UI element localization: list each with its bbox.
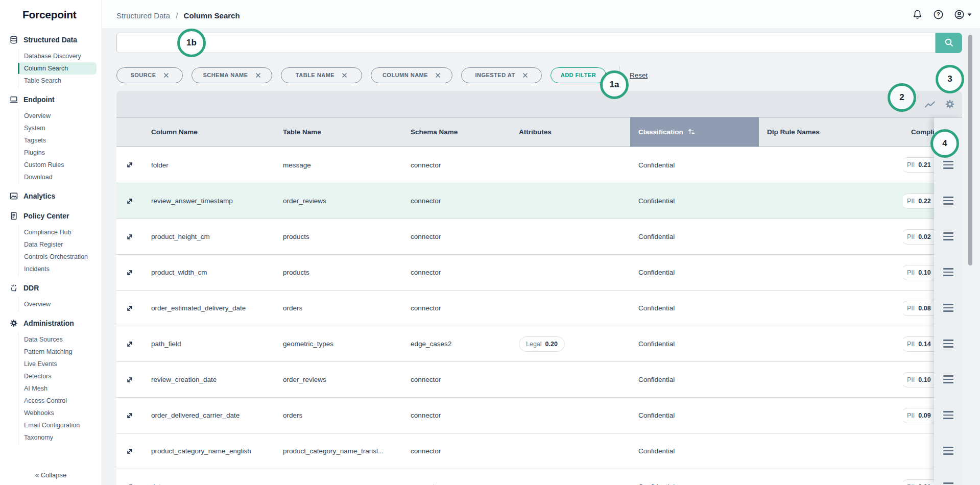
sidebar-section-endpoint[interactable]: Endpoint (0, 91, 102, 108)
table-row[interactable]: product_category_name_english product_ca… (116, 433, 962, 469)
table-row[interactable]: folder message connector Confidential PI… (116, 147, 962, 183)
sidebar-item-access-control[interactable]: Access Control (18, 395, 97, 407)
expand-icon[interactable] (125, 375, 134, 384)
expand-icon[interactable] (125, 160, 134, 169)
reset-link[interactable]: Reset (630, 71, 648, 79)
sidebar-section-structured-data[interactable]: Structured Data (0, 32, 102, 48)
row-menu-icon[interactable] (943, 160, 953, 170)
expand-icon[interactable] (125, 482, 134, 485)
sidebar-item-detectors[interactable]: Detectors (18, 370, 97, 382)
add-filter-button[interactable]: ADD FILTER (551, 67, 606, 83)
close-icon[interactable] (522, 72, 528, 78)
row-menu-icon[interactable] (943, 374, 953, 384)
header-table-name[interactable]: Table Name (275, 117, 402, 147)
sidebar-item-overview[interactable]: Overview (18, 110, 97, 122)
sidebar-item-incidents[interactable]: Incidents (18, 263, 97, 275)
filter-chip-column-name[interactable]: COLUMN NAME (371, 67, 452, 83)
table-row[interactable]: product_width_cm products connector Conf… (116, 254, 962, 290)
sidebar-item-data-sources[interactable]: Data Sources (18, 333, 97, 346)
table-row[interactable]: path_field geometric_types edge_cases2 L… (116, 326, 962, 361)
expand-icon[interactable] (125, 232, 134, 241)
breadcrumb: Structured Data / Column Search (116, 11, 240, 20)
row-menu-icon[interactable] (943, 196, 953, 206)
sidebar-item-custom-rules[interactable]: Custom Rules (18, 159, 97, 171)
close-icon[interactable] (435, 72, 441, 78)
search-button[interactable] (936, 33, 962, 53)
row-menu-icon[interactable] (943, 410, 953, 420)
filter-chip-ingested-at[interactable]: INGESTED AT (461, 67, 542, 83)
row-menu-icon[interactable] (943, 231, 953, 241)
table-row[interactable]: order_estimated_delivery_date orders con… (116, 290, 962, 326)
help-icon[interactable]: ? (933, 9, 944, 20)
filter-chip-source[interactable]: SOURCE (116, 67, 183, 83)
expand-icon[interactable] (125, 447, 134, 456)
sidebar-item-download[interactable]: Download (18, 171, 97, 183)
cell-classification: Confidential (630, 183, 759, 219)
close-icon[interactable] (342, 72, 347, 78)
sidebar-section-administration[interactable]: Administration (0, 315, 102, 331)
header-attributes[interactable]: Attributes (511, 117, 630, 147)
search-input[interactable] (116, 33, 936, 53)
sidebar-item-database-discovery[interactable]: Database Discovery (18, 50, 97, 62)
cell-schema-name: connector (402, 219, 511, 254)
header-classification-sorted[interactable]: Classification (630, 117, 759, 147)
table-row-highlighted[interactable]: review_answer_timestamp order_reviews co… (116, 183, 962, 219)
cell-attributes: Legal0.20 (511, 326, 630, 361)
filter-chip-schema-name[interactable]: SCHEMA NAME (192, 67, 272, 83)
cell-dlp-rule-names (759, 219, 903, 254)
sidebar-item-controls-orchestration[interactable]: Controls Orchestration (18, 251, 97, 263)
vertical-scrollbar[interactable] (968, 35, 972, 265)
header-column-name[interactable]: Column Name (143, 117, 275, 147)
expand-icon[interactable] (125, 268, 134, 277)
collapse-button[interactable]: « Collapse (0, 471, 102, 479)
row-menu-icon[interactable] (943, 303, 953, 313)
bell-icon[interactable] (912, 9, 923, 20)
sidebar-item-compliance-hub[interactable]: Compliance Hub (18, 226, 97, 238)
cell-column-name: product_category_name_english (143, 433, 275, 469)
header-expand-spacer (116, 117, 143, 147)
header-dlp-rule-names[interactable]: Dlp Rule Names (759, 117, 903, 147)
sidebar-item-ai-mesh[interactable]: AI Mesh (18, 382, 97, 395)
row-menu-icon[interactable] (943, 481, 953, 485)
cell-column-name: order_estimated_delivery_date (143, 290, 275, 326)
table-row[interactable]: review_creation_date order_reviews conne… (116, 361, 962, 397)
expand-icon[interactable] (125, 304, 134, 313)
cell-attributes (511, 183, 630, 219)
sidebar-item-taxonomy[interactable]: Taxonomy (18, 431, 97, 444)
filter-chip-table-name[interactable]: TABLE NAME (281, 67, 362, 83)
sidebar-item-tagsets[interactable]: Tagsets (18, 134, 97, 147)
sidebar-item-webhooks[interactable]: Webhooks (18, 407, 97, 419)
expand-icon[interactable] (125, 340, 134, 349)
close-icon[interactable] (255, 72, 261, 78)
cell-classification: Confidential (630, 398, 759, 433)
sidebar-item-table-search[interactable]: Table Search (18, 75, 97, 87)
sidebar-item-column-search[interactable]: Column Search (18, 62, 97, 75)
sidebar-section-policy-center[interactable]: Policy Center (0, 208, 102, 224)
sidebar-item-data-register[interactable]: Data Register (18, 238, 97, 251)
sidebar-item-email-configuration[interactable]: Email Configuration (18, 419, 97, 431)
sidebar-item-system[interactable]: System (18, 122, 97, 134)
table-row[interactable]: product_height_cm products connector Con… (116, 219, 962, 254)
sidebar-item-pattern-matching[interactable]: Pattern Matching (18, 346, 97, 358)
table-row[interactable]: order_delivered_carrier_date orders conn… (116, 397, 962, 433)
sidebar-item-live-events[interactable]: Live Events (18, 358, 97, 370)
row-menu-icon[interactable] (943, 338, 953, 349)
cell-attributes (511, 290, 630, 326)
expand-icon[interactable] (125, 411, 134, 420)
row-menu-icon[interactable] (943, 267, 953, 277)
sidebar-section-ddr[interactable]: DDR (0, 280, 102, 296)
row-menu-icon[interactable] (943, 446, 953, 456)
account-icon[interactable] (954, 9, 972, 20)
sidebar-item-plugins[interactable]: Plugins (18, 147, 97, 159)
sidebar-item-ddr-overview[interactable]: Overview (18, 298, 97, 310)
close-icon[interactable] (163, 72, 169, 78)
sidebar-section-analytics[interactable]: Analytics (0, 188, 102, 204)
cell-schema-name: connector (402, 290, 511, 326)
table-row-partial[interactable]: date connector Confidential PII0.21 (116, 469, 962, 485)
gear-icon[interactable] (944, 99, 955, 110)
breadcrumb-parent[interactable]: Structured Data (116, 11, 170, 20)
expand-icon[interactable] (125, 197, 134, 206)
trend-icon[interactable] (924, 100, 936, 109)
cell-classification: Confidential (630, 290, 759, 326)
header-schema-name[interactable]: Schema Name (402, 117, 511, 147)
